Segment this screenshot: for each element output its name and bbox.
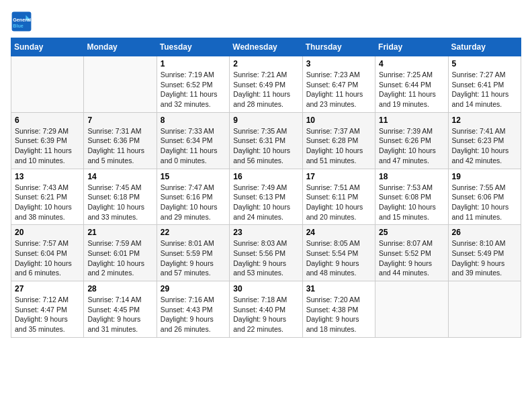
day-number: 29 bbox=[161, 284, 226, 293]
calendar-cell: 5Sunrise: 7:27 AMSunset: 6:41 PMDaylight… bbox=[448, 56, 521, 113]
calendar-week-4: 20Sunrise: 7:57 AMSunset: 6:04 PMDayligh… bbox=[11, 225, 521, 281]
day-number: 4 bbox=[379, 59, 444, 68]
day-info: Sunrise: 7:19 AMSunset: 6:52 PMDaylight:… bbox=[161, 70, 226, 109]
calendar-cell: 1Sunrise: 7:19 AMSunset: 6:52 PMDaylight… bbox=[157, 56, 229, 113]
calendar-cell: 29Sunrise: 7:16 AMSunset: 4:43 PMDayligh… bbox=[157, 281, 229, 338]
day-info: Sunrise: 8:01 AMSunset: 5:59 PMDaylight:… bbox=[161, 238, 226, 278]
day-number: 27 bbox=[15, 284, 80, 293]
calendar-cell: 27Sunrise: 7:12 AMSunset: 4:47 PMDayligh… bbox=[11, 281, 84, 338]
day-number: 30 bbox=[233, 284, 298, 293]
calendar-week-1: 1Sunrise: 7:19 AMSunset: 6:52 PMDaylight… bbox=[11, 56, 521, 113]
day-number: 26 bbox=[452, 228, 517, 237]
day-number: 31 bbox=[306, 284, 371, 293]
day-info: Sunrise: 7:23 AMSunset: 6:47 PMDaylight:… bbox=[306, 70, 371, 109]
day-info: Sunrise: 8:07 AMSunset: 5:52 PMDaylight:… bbox=[379, 238, 444, 278]
day-number: 16 bbox=[233, 172, 298, 181]
day-number: 23 bbox=[233, 228, 298, 237]
day-info: Sunrise: 7:37 AMSunset: 6:28 PMDaylight:… bbox=[306, 126, 371, 166]
day-number: 25 bbox=[379, 228, 444, 237]
calendar-cell: 6Sunrise: 7:29 AMSunset: 6:39 PMDaylight… bbox=[11, 112, 84, 169]
calendar-cell bbox=[84, 56, 157, 113]
day-info: Sunrise: 7:53 AMSunset: 6:08 PMDaylight:… bbox=[379, 183, 444, 222]
calendar-cell: 8Sunrise: 7:33 AMSunset: 6:34 PMDaylight… bbox=[157, 112, 229, 169]
day-number: 10 bbox=[306, 116, 371, 125]
calendar-cell: 9Sunrise: 7:35 AMSunset: 6:31 PMDaylight… bbox=[230, 112, 302, 169]
day-info: Sunrise: 7:29 AMSunset: 6:39 PMDaylight:… bbox=[15, 126, 80, 166]
day-number: 15 bbox=[161, 172, 226, 181]
day-info: Sunrise: 7:57 AMSunset: 6:04 PMDaylight:… bbox=[15, 238, 80, 278]
calendar-cell: 25Sunrise: 8:07 AMSunset: 5:52 PMDayligh… bbox=[375, 225, 448, 281]
calendar-body: 1Sunrise: 7:19 AMSunset: 6:52 PMDaylight… bbox=[11, 56, 521, 338]
calendar-cell: 30Sunrise: 7:18 AMSunset: 4:40 PMDayligh… bbox=[230, 281, 302, 338]
day-number: 24 bbox=[306, 228, 371, 237]
header-thursday: Thursday bbox=[302, 38, 375, 56]
calendar-cell: 24Sunrise: 8:05 AMSunset: 5:54 PMDayligh… bbox=[302, 225, 375, 281]
day-info: Sunrise: 8:10 AMSunset: 5:49 PMDaylight:… bbox=[452, 238, 517, 278]
day-number: 20 bbox=[15, 228, 80, 237]
header-tuesday: Tuesday bbox=[157, 38, 229, 56]
day-info: Sunrise: 7:27 AMSunset: 6:41 PMDaylight:… bbox=[452, 70, 517, 109]
calendar-cell: 16Sunrise: 7:49 AMSunset: 6:13 PMDayligh… bbox=[230, 169, 302, 225]
calendar-cell: 4Sunrise: 7:25 AMSunset: 6:44 PMDaylight… bbox=[375, 56, 448, 113]
calendar-cell: 31Sunrise: 7:20 AMSunset: 4:38 PMDayligh… bbox=[302, 281, 375, 338]
calendar-cell: 19Sunrise: 7:55 AMSunset: 6:06 PMDayligh… bbox=[448, 169, 521, 225]
day-info: Sunrise: 7:21 AMSunset: 6:49 PMDaylight:… bbox=[233, 70, 298, 109]
header-saturday: Saturday bbox=[448, 38, 521, 56]
calendar-cell: 22Sunrise: 8:01 AMSunset: 5:59 PMDayligh… bbox=[157, 225, 229, 281]
day-number: 9 bbox=[233, 116, 298, 125]
calendar-cell: 15Sunrise: 7:47 AMSunset: 6:16 PMDayligh… bbox=[157, 169, 229, 225]
header-sunday: Sunday bbox=[11, 38, 84, 56]
day-info: Sunrise: 7:43 AMSunset: 6:21 PMDaylight:… bbox=[15, 183, 80, 222]
day-info: Sunrise: 7:33 AMSunset: 6:34 PMDaylight:… bbox=[161, 126, 226, 166]
day-info: Sunrise: 7:16 AMSunset: 4:43 PMDaylight:… bbox=[161, 295, 226, 334]
calendar-cell: 13Sunrise: 7:43 AMSunset: 6:21 PMDayligh… bbox=[11, 169, 84, 225]
day-info: Sunrise: 7:47 AMSunset: 6:16 PMDaylight:… bbox=[161, 183, 226, 222]
header-monday: Monday bbox=[84, 38, 157, 56]
logo-icon: General Blue bbox=[11, 11, 32, 32]
header-friday: Friday bbox=[375, 38, 448, 56]
calendar-cell: 23Sunrise: 8:03 AMSunset: 5:56 PMDayligh… bbox=[230, 225, 302, 281]
day-info: Sunrise: 7:14 AMSunset: 4:45 PMDaylight:… bbox=[87, 295, 152, 334]
day-number: 21 bbox=[87, 228, 152, 237]
day-number: 18 bbox=[379, 172, 444, 181]
day-number: 12 bbox=[452, 116, 517, 125]
calendar-cell: 11Sunrise: 7:39 AMSunset: 6:26 PMDayligh… bbox=[375, 112, 448, 169]
day-number: 7 bbox=[87, 116, 152, 125]
day-number: 6 bbox=[15, 116, 80, 125]
day-number: 28 bbox=[87, 284, 152, 293]
day-number: 5 bbox=[452, 59, 517, 68]
day-info: Sunrise: 7:18 AMSunset: 4:40 PMDaylight:… bbox=[233, 295, 298, 334]
day-info: Sunrise: 7:25 AMSunset: 6:44 PMDaylight:… bbox=[379, 70, 444, 109]
day-info: Sunrise: 7:12 AMSunset: 4:47 PMDaylight:… bbox=[15, 295, 80, 334]
day-info: Sunrise: 7:49 AMSunset: 6:13 PMDaylight:… bbox=[233, 183, 298, 222]
calendar-header: SundayMondayTuesdayWednesdayThursdayFrid… bbox=[11, 38, 521, 56]
calendar-week-2: 6Sunrise: 7:29 AMSunset: 6:39 PMDaylight… bbox=[11, 112, 521, 169]
day-info: Sunrise: 7:45 AMSunset: 6:18 PMDaylight:… bbox=[87, 183, 152, 222]
day-info: Sunrise: 7:41 AMSunset: 6:23 PMDaylight:… bbox=[452, 126, 517, 166]
calendar-cell bbox=[375, 281, 448, 338]
day-number: 17 bbox=[306, 172, 371, 181]
day-info: Sunrise: 7:20 AMSunset: 4:38 PMDaylight:… bbox=[306, 295, 371, 334]
calendar-cell: 26Sunrise: 8:10 AMSunset: 5:49 PMDayligh… bbox=[448, 225, 521, 281]
calendar-cell: 10Sunrise: 7:37 AMSunset: 6:28 PMDayligh… bbox=[302, 112, 375, 169]
day-number: 22 bbox=[161, 228, 226, 237]
day-info: Sunrise: 7:59 AMSunset: 6:01 PMDaylight:… bbox=[87, 238, 152, 278]
calendar-week-3: 13Sunrise: 7:43 AMSunset: 6:21 PMDayligh… bbox=[11, 169, 521, 225]
calendar-cell: 2Sunrise: 7:21 AMSunset: 6:49 PMDaylight… bbox=[230, 56, 302, 113]
calendar-week-5: 27Sunrise: 7:12 AMSunset: 4:47 PMDayligh… bbox=[11, 281, 521, 338]
day-info: Sunrise: 7:31 AMSunset: 6:36 PMDaylight:… bbox=[87, 126, 152, 166]
svg-text:General: General bbox=[13, 17, 31, 23]
day-number: 8 bbox=[161, 116, 226, 125]
day-number: 13 bbox=[15, 172, 80, 181]
day-number: 1 bbox=[161, 59, 226, 68]
calendar-cell: 12Sunrise: 7:41 AMSunset: 6:23 PMDayligh… bbox=[448, 112, 521, 169]
day-number: 2 bbox=[233, 59, 298, 68]
calendar-table: SundayMondayTuesdayWednesdayThursdayFrid… bbox=[11, 38, 521, 338]
calendar-cell: 3Sunrise: 7:23 AMSunset: 6:47 PMDaylight… bbox=[302, 56, 375, 113]
svg-text:Blue: Blue bbox=[13, 23, 24, 29]
calendar-cell: 21Sunrise: 7:59 AMSunset: 6:01 PMDayligh… bbox=[84, 225, 157, 281]
day-number: 3 bbox=[306, 59, 371, 68]
page-header: General Blue bbox=[11, 11, 521, 32]
day-number: 14 bbox=[87, 172, 152, 181]
calendar-cell: 14Sunrise: 7:45 AMSunset: 6:18 PMDayligh… bbox=[84, 169, 157, 225]
